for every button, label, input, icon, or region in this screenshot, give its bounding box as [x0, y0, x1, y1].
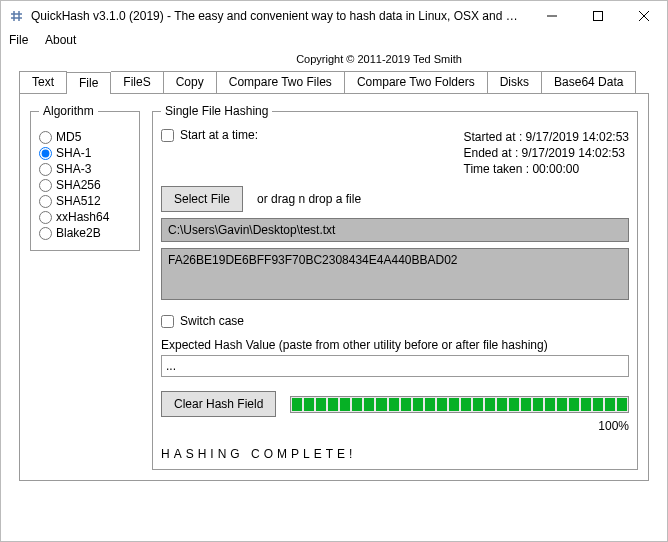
drag-hint: or drag n drop a file [257, 192, 361, 206]
tab-copy[interactable]: Copy [164, 71, 217, 93]
select-file-button[interactable]: Select File [161, 186, 243, 212]
tab-compare-two-files[interactable]: Compare Two Files [217, 71, 345, 93]
started-at-label: Started at : [464, 130, 523, 144]
algorithm-legend: Algorithm [39, 104, 98, 118]
radio-sha1[interactable]: SHA-1 [39, 146, 131, 160]
progress-percent: 100% [161, 419, 629, 433]
file-path-display: C:\Users\Gavin\Desktop\test.txt [161, 218, 629, 242]
tab-text[interactable]: Text [19, 71, 67, 93]
tab-files[interactable]: FileS [111, 71, 163, 93]
time-taken-label: Time taken : [464, 162, 530, 176]
title-bar: QuickHash v3.1.0 (2019) - The easy and c… [1, 1, 667, 31]
status-text: HASHING COMPLETE! [161, 447, 629, 461]
radio-sha512[interactable]: SHA512 [39, 194, 131, 208]
window-title: QuickHash v3.1.0 (2019) - The easy and c… [31, 9, 529, 23]
tab-base64[interactable]: Base64 Data [542, 71, 636, 93]
radio-blake2b[interactable]: Blake2B [39, 226, 131, 240]
single-file-hashing-group: Single File Hashing Start at a time: Sta… [152, 104, 638, 470]
menu-about[interactable]: About [45, 33, 76, 47]
radio-xxhash64[interactable]: xxHash64 [39, 210, 131, 224]
progress-bar [290, 396, 629, 413]
close-button[interactable] [621, 1, 667, 31]
clear-hash-field-button[interactable]: Clear Hash Field [161, 391, 276, 417]
start-at-time-checkbox[interactable]: Start at a time: [161, 128, 258, 142]
app-icon [9, 8, 25, 24]
radio-md5[interactable]: MD5 [39, 130, 131, 144]
tab-bar: Text File FileS Copy Compare Two Files C… [19, 71, 649, 93]
menu-file[interactable]: File [9, 33, 28, 47]
radio-sha3[interactable]: SHA-3 [39, 162, 131, 176]
time-taken-value: 00:00:00 [532, 162, 579, 176]
started-at-value: 9/17/2019 14:02:53 [526, 130, 629, 144]
tab-compare-two-folders[interactable]: Compare Two Folders [345, 71, 488, 93]
svg-rect-5 [594, 12, 603, 21]
ended-at-label: Ended at : [464, 146, 519, 160]
maximize-button[interactable] [575, 1, 621, 31]
tab-content: Algorithm MD5 SHA-1 SHA-3 SHA256 SHA512 … [19, 93, 649, 481]
tab-disks[interactable]: Disks [488, 71, 542, 93]
timing-info: Started at : 9/17/2019 14:02:53 Ended at… [464, 128, 629, 178]
copyright-text: Copyright © 2011-2019 Ted Smith [1, 53, 667, 65]
single-file-legend: Single File Hashing [161, 104, 272, 118]
menu-bar: File About [1, 31, 667, 49]
expected-hash-input[interactable] [161, 355, 629, 377]
tab-file[interactable]: File [67, 72, 111, 94]
switch-case-checkbox[interactable]: Switch case [161, 314, 629, 328]
minimize-button[interactable] [529, 1, 575, 31]
hash-value-display: FA26BE19DE6BFF93F70BC2308434E4A440BBAD02 [161, 248, 629, 300]
radio-sha256[interactable]: SHA256 [39, 178, 131, 192]
expected-hash-label: Expected Hash Value (paste from other ut… [161, 338, 629, 352]
algorithm-group: Algorithm MD5 SHA-1 SHA-3 SHA256 SHA512 … [30, 104, 140, 251]
ended-at-value: 9/17/2019 14:02:53 [522, 146, 625, 160]
